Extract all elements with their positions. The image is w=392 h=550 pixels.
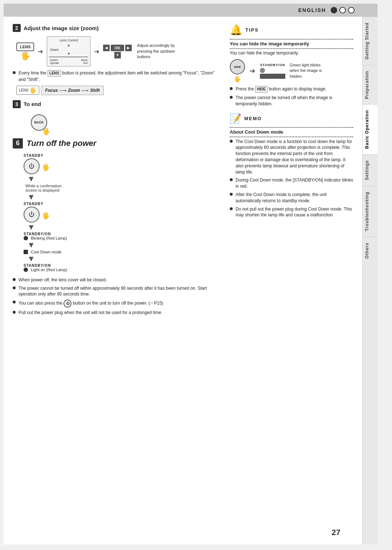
hide-inline-btn: HIDE (255, 86, 268, 93)
circle-filled-icon (331, 7, 337, 13)
sidebar-tab-troubleshooting[interactable]: Troubleshooting (363, 186, 377, 237)
dpad-down[interactable]: ▼ (114, 52, 121, 58)
page: ENGLISH Getting Started Preparation Basi… (4, 4, 377, 545)
lens-inline-btn: LENS (48, 70, 61, 77)
bullet-dot-s6-3 (13, 301, 16, 303)
lens-button[interactable]: LENS (16, 42, 34, 51)
focus-zoom-shift: LENS 🖐 Focus ⟶ Zoom ⟶ Shift (16, 86, 222, 95)
memo-notebook-icon: 📝 (230, 113, 241, 124)
sidebar-tab-preparation[interactable]: Preparation (363, 65, 377, 105)
memo-bullet-dot-2 (230, 178, 233, 181)
standby-btn-2-row: 🖐 (24, 207, 50, 223)
standby-on-visual (260, 68, 285, 79)
memo-dotted-line-2 (230, 137, 353, 137)
dpad-left[interactable]: ◀ (103, 45, 110, 51)
section-3-header: 3 To end (13, 100, 222, 108)
memo-header: 📝 MEMO (230, 113, 353, 124)
standby-on-label-2: STANDBY/ON (24, 264, 51, 268)
dpad-row-mid: ◀ OK ▶ (103, 45, 132, 51)
section6-bullet-2-text: The power cannot be turned off within ap… (19, 285, 222, 298)
screen-exit: Exit (83, 62, 88, 64)
section6-bullet-4: Pull out the power plug when the unit wi… (13, 310, 222, 316)
red-dot-blinking (24, 236, 28, 240)
fzs-arrow-2: ⟶ (81, 87, 89, 93)
section2-bullet-1: Every time the LENS button is pressed, t… (13, 70, 222, 83)
lens-diagram: LENS 🖐 ➜ Lens Control ▲ Zoom ▼ (16, 36, 222, 66)
standby-on-box: STANDBY/ON (260, 63, 285, 79)
section-2-title: Adjust the image size (zoom) (24, 25, 99, 31)
memo-bullet-dot-1 (230, 140, 233, 143)
standby-sequence: STANDBY 🖐 ▼ While a confirmationscreen i… (13, 154, 222, 272)
screen-item-zoom: Zoom (49, 48, 88, 52)
section-3: 3 To end BACK 🖐 (13, 100, 222, 133)
tips-bell-icon: 🔔 (230, 24, 242, 36)
bullet-dot-1 (13, 71, 16, 74)
lens-fzs-label: LENS (19, 88, 28, 92)
section-6-title: Turn off the power (26, 139, 96, 148)
right-sidebar: Getting Started Preparation Basic Operat… (362, 17, 377, 545)
tips-dotted-line-2 (230, 48, 353, 49)
back-hand-icon: 🖐 (42, 127, 50, 135)
section6-bullet-2: The power cannot be turned off within ap… (13, 285, 222, 298)
zoom-label: Zoom (68, 88, 80, 93)
arrow-right-icon-2: ➜ (94, 48, 99, 56)
section6-bullet-3: You can also press the ⏻ button on the u… (13, 300, 222, 307)
hide-button[interactable]: HIDE (230, 59, 245, 74)
memo-box: 📝 MEMO About Cool Down mode The Cool Dow… (230, 113, 353, 219)
black-square-icon (24, 250, 28, 254)
section6-bullet-1-text: When power off, the lens cover will be c… (19, 277, 107, 283)
language-label: ENGLISH (298, 7, 326, 13)
standby-button-2[interactable] (24, 207, 40, 223)
red-dot-light (24, 268, 28, 272)
memo-bullet-4: Do not pull out the power plug during Co… (230, 206, 353, 219)
cool-down-text: Cool Down mode (31, 250, 61, 254)
fzs-sequence: Focus ⟶ Zoom ⟶ Shift (41, 86, 104, 95)
page-number: 27 (332, 528, 340, 537)
back-btn-container: BACK 🖐 (20, 113, 47, 133)
memo-bullet-dot-4 (230, 207, 233, 210)
sidebar-tab-settings[interactable]: Settings (363, 154, 377, 186)
standby-button-1[interactable] (24, 158, 40, 174)
tips-dotted-line (230, 39, 353, 40)
power-inline-icon: ⏻ (64, 300, 72, 307)
lens-hand-icon: 🖐 (20, 51, 30, 61)
sidebar-tab-basic-operation[interactable]: Basic Operation (363, 104, 377, 154)
focus-label: Focus (45, 88, 58, 93)
dpad-right[interactable]: ▶ (125, 45, 132, 51)
section-6-number: 6 (13, 138, 23, 148)
section6-bullets: When power off, the lens cover will be c… (13, 277, 222, 316)
sidebar-tab-others[interactable]: Others (363, 237, 377, 264)
dpad-bottom-row: ▼ (114, 52, 121, 58)
tips-section-title: You can hide the image temporarily (230, 41, 353, 46)
bullet-dot-s6-1 (13, 278, 16, 281)
memo-section-title: About Cool Down mode (230, 129, 353, 135)
shift-label: Shift (90, 88, 100, 93)
sidebar-tab-getting-started[interactable]: Getting Started (363, 17, 377, 65)
standby-hand-2: 🖐 (42, 212, 50, 220)
section-2-number: 2 (13, 24, 21, 32)
light-on-text: Light on (Red Lamp) (31, 268, 67, 272)
section6-bullet-3-text: You can also press the ⏻ button on the u… (19, 300, 163, 307)
section2-bullet-1-text: Every time the LENS button is pressed, t… (19, 70, 222, 83)
screen-operate: Operate (50, 62, 59, 64)
tips-box: 🔔 TIPS You can hide the image temporaril… (230, 24, 353, 107)
tips-bullet-2-text: The power cannot be turned off when the … (236, 95, 353, 107)
circle-empty-icon-1 (339, 7, 346, 13)
section2-bullets: Every time the LENS button is pressed, t… (13, 70, 222, 83)
tips-label: TIPS (245, 27, 259, 33)
screen-back: Back (81, 58, 88, 62)
ok-button[interactable]: OK (111, 45, 124, 51)
green-light-dot (260, 68, 265, 73)
section-6: 6 Turn off the power STANDBY 🖐 ▼ (13, 138, 222, 316)
back-button-label: BACK (34, 121, 44, 124)
section-3-title: To end (24, 101, 41, 107)
blinking-text: Blinking (Red Lamp) (31, 236, 67, 240)
section6-bullet-4-text: Pull out the power plug when the unit wi… (19, 310, 162, 316)
hand-fzs-icon: 🖐 (29, 87, 37, 94)
standby-on-bar (260, 74, 285, 79)
standby-on-label-1: STANDBY/ON (24, 232, 51, 236)
hide-hand-icon: 🖐 (234, 76, 241, 82)
blinking-indicator: Blinking (Red Lamp) (24, 236, 67, 240)
memo-bullets: The Cool Down mode is a function to cool… (230, 139, 353, 219)
main-content: 2 Adjust the image size (zoom) LENS 🖐 ➜ (4, 17, 362, 545)
